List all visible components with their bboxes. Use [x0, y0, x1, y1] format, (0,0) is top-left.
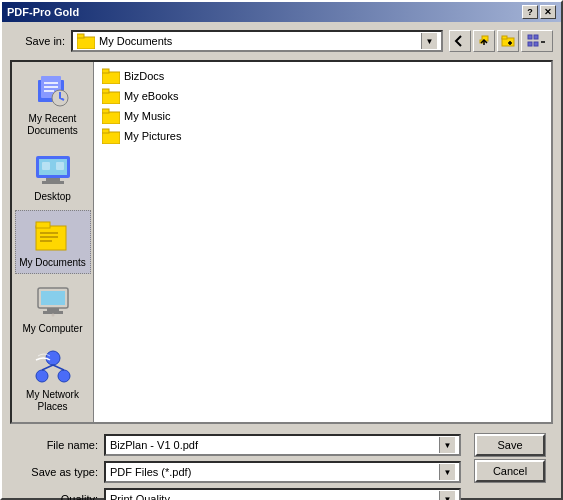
svg-rect-42	[102, 129, 109, 133]
svg-rect-25	[40, 236, 58, 238]
help-button[interactable]: ?	[522, 5, 538, 19]
save-in-value: My Documents	[99, 35, 172, 47]
save-button[interactable]: Save	[475, 434, 545, 456]
window-title: PDF-Pro Gold	[7, 6, 79, 18]
folder-icon	[102, 88, 120, 104]
main-window: PDF-Pro Gold ? ✕ Save in: My Documents ▼	[0, 0, 563, 500]
folder-name: My eBooks	[124, 90, 178, 102]
svg-rect-12	[44, 82, 58, 84]
title-bar: PDF-Pro Gold ? ✕	[2, 2, 561, 22]
svg-rect-37	[102, 92, 120, 104]
new-folder-icon	[501, 34, 515, 48]
quality-dropdown[interactable]: Print Quality ▼	[104, 488, 461, 500]
svg-rect-9	[534, 42, 538, 46]
savetype-label: Save as type:	[18, 466, 98, 478]
filename-input[interactable]: BizPlan - V1 0.pdf ▼	[104, 434, 461, 456]
save-in-label: Save in:	[10, 35, 65, 47]
sidebar-item-mycomputer[interactable]: My Computer	[15, 276, 91, 340]
svg-rect-41	[102, 132, 120, 144]
network-icon	[33, 347, 73, 387]
svg-rect-28	[41, 291, 65, 305]
toolbar-buttons	[449, 30, 553, 52]
back-button[interactable]	[449, 30, 471, 52]
form-rows-with-buttons: File name: BizPlan - V1 0.pdf ▼ Save as …	[18, 434, 545, 500]
svg-rect-20	[42, 162, 50, 170]
views-icon	[527, 34, 547, 48]
svg-rect-29	[47, 308, 59, 311]
up-button[interactable]	[473, 30, 495, 52]
svg-rect-0	[77, 37, 95, 49]
svg-rect-5	[502, 36, 507, 39]
filename-dropdown-arrow[interactable]: ▼	[439, 437, 455, 453]
list-item[interactable]: BizDocs	[98, 66, 547, 86]
quality-arrow[interactable]: ▼	[439, 491, 455, 500]
main-area: My Recent Documents Desk	[10, 60, 553, 424]
mydocs-icon	[33, 215, 73, 255]
form-fields: File name: BizPlan - V1 0.pdf ▼ Save as …	[18, 434, 461, 500]
svg-rect-39	[102, 112, 120, 124]
svg-rect-14	[44, 90, 54, 92]
save-in-arrow[interactable]: ▼	[421, 33, 437, 49]
quality-label: Quality:	[18, 493, 98, 500]
up-icon	[477, 34, 491, 48]
filename-value: BizPlan - V1 0.pdf	[110, 439, 439, 451]
svg-rect-18	[46, 178, 60, 181]
svg-rect-35	[102, 72, 120, 84]
folder-name: My Music	[124, 110, 170, 122]
svg-point-32	[46, 351, 60, 365]
svg-point-34	[58, 370, 70, 382]
svg-rect-6	[528, 35, 532, 39]
svg-rect-21	[56, 162, 64, 170]
mycomputer-label: My Computer	[22, 323, 82, 335]
sidebar-item-recent[interactable]: My Recent Documents	[15, 66, 91, 142]
sidebar-item-mydocs[interactable]: My Documents	[15, 210, 91, 274]
action-buttons: Save Cancel	[475, 434, 545, 500]
desktop-icon	[33, 149, 73, 189]
save-in-row: Save in: My Documents ▼	[10, 30, 553, 52]
savetype-dropdown[interactable]: PDF Files (*.pdf) ▼	[104, 461, 461, 483]
folder-icon	[102, 108, 120, 124]
recent-label: My Recent Documents	[27, 113, 78, 137]
folder-icon	[102, 128, 120, 144]
network-label: My Network Places	[26, 389, 79, 413]
quality-row: Quality: Print Quality ▼	[18, 488, 461, 500]
svg-rect-13	[44, 86, 58, 88]
recent-icon	[33, 71, 73, 111]
savetype-value: PDF Files (*.pdf)	[110, 466, 439, 478]
folder-name: BizDocs	[124, 70, 164, 82]
back-icon	[453, 34, 467, 48]
bottom-section: File name: BizPlan - V1 0.pdf ▼ Save as …	[10, 428, 553, 500]
savetype-row: Save as type: PDF Files (*.pdf) ▼	[18, 461, 461, 483]
svg-rect-24	[40, 232, 58, 234]
folder-icon	[77, 33, 95, 49]
new-folder-button[interactable]	[497, 30, 519, 52]
svg-rect-19	[42, 181, 64, 184]
dialog-content: Save in: My Documents ▼	[2, 22, 561, 500]
folder-name: My Pictures	[124, 130, 181, 142]
close-button[interactable]: ✕	[540, 5, 556, 19]
svg-point-33	[36, 370, 48, 382]
folder-icon	[102, 68, 120, 84]
desktop-label: Desktop	[34, 191, 71, 203]
sidebar: My Recent Documents Desk	[12, 62, 94, 422]
svg-rect-36	[102, 69, 109, 73]
list-item[interactable]: My Pictures	[98, 126, 547, 146]
title-bar-controls: ? ✕	[522, 5, 556, 19]
save-in-dropdown[interactable]: My Documents ▼	[71, 30, 443, 52]
filename-row: File name: BizPlan - V1 0.pdf ▼	[18, 434, 461, 456]
sidebar-item-network[interactable]: My Network Places	[15, 342, 91, 418]
filename-label: File name:	[18, 439, 98, 451]
svg-rect-7	[534, 35, 538, 39]
list-item[interactable]: My Music	[98, 106, 547, 126]
list-item[interactable]: My eBooks	[98, 86, 547, 106]
mycomputer-icon	[33, 281, 73, 321]
svg-rect-1	[77, 34, 84, 38]
mydocs-label: My Documents	[19, 257, 86, 269]
views-button[interactable]	[521, 30, 553, 52]
savetype-arrow[interactable]: ▼	[439, 464, 455, 480]
sidebar-item-desktop[interactable]: Desktop	[15, 144, 91, 208]
svg-rect-8	[528, 42, 532, 46]
cancel-button[interactable]: Cancel	[475, 460, 545, 482]
svg-rect-38	[102, 89, 109, 93]
file-list[interactable]: BizDocs My eBooks My Music	[94, 62, 551, 422]
